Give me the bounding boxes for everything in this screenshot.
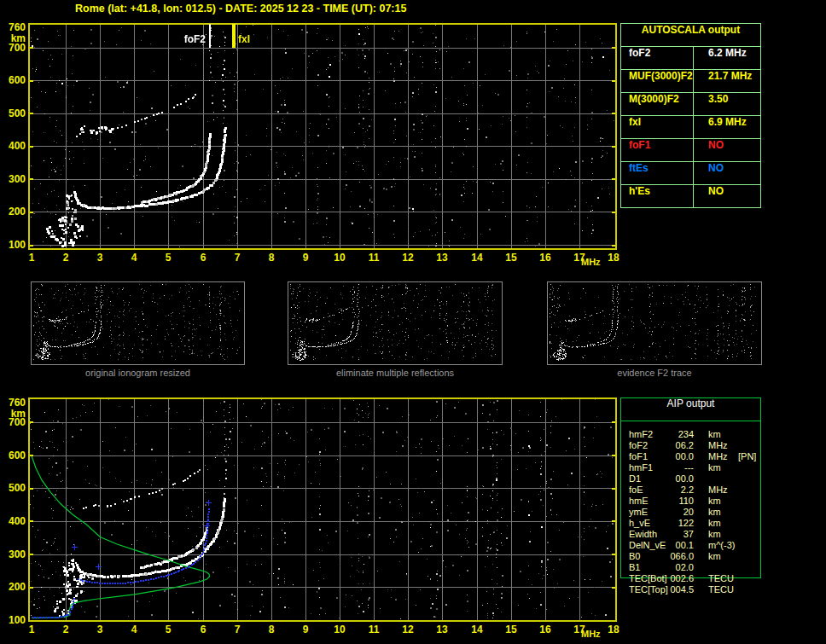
aip-row-h_vE: 122h_vEkm <box>620 518 761 529</box>
y-tick-label: 300 <box>0 548 26 560</box>
aip-unit: km <box>708 551 721 561</box>
aip-row-TEC[Bot]: 002.6TEC[Bot]TECU <box>620 573 761 584</box>
aip-unit: TECU <box>708 584 734 595</box>
aip-label: B1 <box>629 562 640 572</box>
x-tick-label: 6 <box>192 624 214 635</box>
aip-unit: km <box>708 529 721 539</box>
x-tick-label: 10 <box>329 624 351 635</box>
autoscala-param-value: 21.7 MHz <box>694 70 760 92</box>
aip-label: TEC[Bot] <box>629 573 667 583</box>
thumbnail-evidence-canvas <box>548 282 759 363</box>
thumbnail-eliminate-reflections <box>288 281 503 365</box>
y-tick-label: 600 <box>0 74 26 86</box>
autoscala-param-name: fxI <box>621 116 694 138</box>
x-tick-label: 3 <box>89 624 111 635</box>
x-tick-label: 18 <box>602 252 625 264</box>
x-tick-label: 9 <box>294 252 317 264</box>
aip-unit: km <box>708 496 721 506</box>
aip-row-hmF2: 234hmF2km <box>620 429 761 440</box>
y-tick-label: 200 <box>0 206 26 218</box>
autoscala-row-MUF(3000)F2: MUF(3000)F221.7 MHz <box>621 70 760 93</box>
x-tick-label: 16 <box>534 252 556 264</box>
foF2-marker-line <box>209 24 211 48</box>
autoscala-program-screen: Rome (lat: +41.8, lon: 012.5) - DATE: 20… <box>0 0 826 644</box>
y-tick-label: 100 <box>0 239 26 251</box>
aip-table-header: AIP output <box>620 397 761 421</box>
thumbnail-caption-evidence: evidence F2 trace <box>547 368 762 378</box>
aip-row-hmE: 110hmEkm <box>620 496 761 507</box>
y-tick-label: 700 <box>0 42 26 54</box>
aip-label: B0 <box>629 551 640 561</box>
autoscala-param-value: 6.2 MHz <box>694 47 760 69</box>
x-tick-label: 10 <box>329 252 351 264</box>
autoscala-param-name: ftEs <box>621 162 694 184</box>
autoscala-row-h'Es: h'EsNO <box>621 185 760 207</box>
aip-row-ymE: 20ymEkm <box>620 507 761 518</box>
x-tick-label: 6 <box>192 252 214 264</box>
aip-label: foF1 <box>629 451 648 461</box>
aip-label: hmF2 <box>629 429 653 439</box>
aip-label: ymE <box>629 507 648 517</box>
thumbnail-original-ionogram <box>31 281 245 365</box>
aip-label: Ewidth <box>629 529 657 539</box>
foF2-marker-label: foF2 <box>168 33 206 45</box>
aip-unit: km <box>708 462 721 473</box>
y-tick-label: 500 <box>0 107 26 119</box>
x-axis-unit: MHz <box>581 629 601 639</box>
aip-unit: MHz <box>708 440 728 450</box>
aip-unit: km <box>708 518 721 528</box>
x-tick-label: 11 <box>363 252 385 264</box>
x-tick-label: 4 <box>123 624 145 635</box>
x-tick-label: 1 <box>20 252 43 264</box>
x-axis-unit: MHz <box>581 257 601 267</box>
autoscala-row-foF2: foF26.2 MHz <box>621 47 760 70</box>
autoscala-param-name: M(3000)F2 <box>621 93 694 115</box>
thumbnail-evidence-f2 <box>547 281 762 365</box>
x-tick-label: 8 <box>260 252 282 264</box>
autoscala-row-fxI: fxI6.9 MHz <box>621 116 760 139</box>
x-tick-label: 13 <box>431 252 453 264</box>
y-axis-top-label: 760 <box>0 397 26 409</box>
aip-label: h_vE <box>629 518 650 528</box>
autoscala-param-value: 6.9 MHz <box>694 116 760 138</box>
aip-label: TEC[Top] <box>629 584 668 595</box>
aip-unit: km <box>708 429 721 439</box>
x-tick-label: 14 <box>466 624 488 635</box>
y-tick-label: 300 <box>0 173 26 185</box>
autoscala-table-header: AUTOSCALA output <box>621 24 760 47</box>
x-tick-label: 12 <box>397 624 419 635</box>
x-tick-label: 4 <box>123 252 145 264</box>
autoscala-output-table: AUTOSCALA output foF26.2 MHzMUF(3000)F22… <box>620 23 761 208</box>
aip-row-foE: 2.2foEMHz <box>620 484 761 496</box>
aip-label: DelN_vE <box>629 540 666 550</box>
x-tick-label: 5 <box>157 624 179 635</box>
y-tick-label: 700 <box>0 416 26 428</box>
autoscala-param-value: NO <box>694 139 760 161</box>
fxI-marker-line <box>232 24 236 48</box>
aip-note: [PN] <box>738 451 756 461</box>
aip-label: foF2 <box>629 440 648 450</box>
autoscala-row-M(3000)F2: M(3000)F23.50 <box>621 93 760 116</box>
y-tick-label: 600 <box>0 450 26 461</box>
aip-row-foF1: 00.0foF1MHz[PN] <box>620 451 761 462</box>
bottom-ionogram-canvas <box>28 397 617 622</box>
aip-row-DelN_vE: 00.1DelN_vEm^(-3) <box>620 540 761 551</box>
fxI-marker-label: fxI <box>238 33 250 45</box>
x-tick-label: 16 <box>534 624 556 635</box>
y-axis-top-label: 760 <box>0 21 26 33</box>
aip-row-B0: 066.0B0km <box>620 551 761 562</box>
x-tick-label: 9 <box>294 624 317 635</box>
aip-label: hmF1 <box>629 462 653 473</box>
thumbnail-caption-eliminate: eliminate multiple reflections <box>288 368 503 378</box>
x-tick-label: 15 <box>500 624 522 635</box>
aip-row-foF2: 06.2foF2MHz <box>620 440 761 451</box>
autoscala-row-foF1: foF1NO <box>621 139 760 162</box>
thumbnail-caption-original: original ionogram resized <box>31 368 245 378</box>
aip-row-Ewidth: 37Ewidthkm <box>620 529 761 540</box>
y-tick-label: 400 <box>0 515 26 527</box>
aip-row-B1: 02.0B1 <box>620 562 761 573</box>
autoscala-param-value: 3.50 <box>694 93 760 115</box>
aip-unit: MHz <box>708 484 728 495</box>
autoscala-row-ftEs: ftEsNO <box>621 162 760 185</box>
aip-row-hmF1: ---hmF1km <box>620 462 761 473</box>
